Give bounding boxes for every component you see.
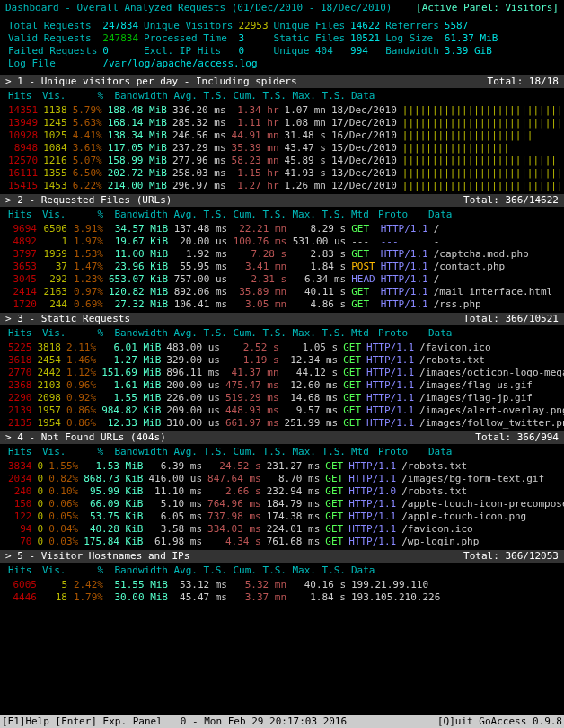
footer-help[interactable]: [F1]Help [Enter] Exp. Panel	[2, 715, 163, 727]
table-row[interactable]: 241421630.97%120.82 MiB892.06 ms 35.89 m…	[5, 286, 555, 298]
table-row[interactable]: 1092810254.41%138.34 MiB246.56 ms 44.91 …	[5, 129, 564, 142]
panel-total: Total: 366/12053	[463, 550, 559, 563]
summary: Total Requests247834 Unique Visitors2295…	[0, 16, 564, 74]
column-headers: HitsVis.%BandwidthAvg. T.S.Cum. T.S.Max.…	[0, 563, 564, 579]
table-row[interactable]: 4892 11.97% 19.67 KiB 20.00 us100.76 ms5…	[5, 235, 555, 248]
bar-chart-icon: ||||||||||||||||||||||	[400, 129, 564, 142]
bar-chart-icon: ||||||||||||||||||||||||||||||	[400, 104, 564, 117]
bar-chart-icon: ||||||||||||||||||||||||||||||||	[400, 180, 564, 192]
panel-title: > 1 - Unique visitors per day - Includin…	[5, 75, 297, 87]
table-row[interactable]: 6005 52.42% 51.55 MiB 53.12 ms 5.32 mn 4…	[5, 579, 443, 591]
table-row[interactable]: 229020980.92% 1.55 MiB226.00 us519.29 ms…	[5, 392, 564, 404]
summary-row-4: Log File/var/log/apache/access.log	[5, 58, 500, 70]
dashboard-title: Dashboard - Overall Analyzed Requests (0…	[5, 2, 392, 13]
bar-chart-icon: ||||||||||||||||||||||||||	[400, 155, 564, 167]
panel-title: > 2 - Requested Files (URLs)	[5, 194, 172, 206]
panel-rows-1: 1435111385.79%188.48 MiB336.20 ms 1.34 h…	[0, 104, 564, 192]
table-row[interactable]: 94 00.04% 40.28 KiB 3.58 ms334.03 ms224.…	[5, 523, 564, 536]
bar-chart-icon: ||||||||||||||||||||||||||||||||||	[400, 167, 564, 180]
bar-chart-icon: ||||||||||||||||||	[400, 142, 564, 155]
table-row[interactable]: 122 00.05% 53.75 KiB 6.05 ms737.98 ms174…	[5, 510, 564, 523]
summary-row-2: Valid Requests247834 Processed Time3 Sta…	[5, 32, 500, 45]
table-row[interactable]: 1720 2440.69% 27.32 MiB106.41 ms 3.05 mn…	[5, 298, 555, 311]
panel-header-3[interactable]: > 3 - Static RequestsTotal: 366/10521	[0, 313, 564, 325]
column-headers: HitsVis.%BandwidthAvg. T.S.Cum. T.S.Max.…	[0, 207, 564, 223]
panel-total: Total: 18/18	[488, 75, 559, 88]
table-row[interactable]: 236821030.96% 1.61 MiB200.00 us475.47 ms…	[5, 379, 564, 392]
footer-status: 0 - Mon Feb 29 20:17:03 2016	[181, 715, 347, 727]
table-row[interactable]: 894810843.61%117.05 MiB237.29 ms 35.39 m…	[5, 142, 564, 155]
table-row[interactable]: 4446 181.79% 30.00 MiB 45.47 ms 3.37 mn …	[5, 591, 443, 604]
table-row[interactable]: 361824541.46% 1.27 MiB329.00 us 1.19 s 1…	[5, 354, 564, 367]
table-row[interactable]: 1611113556.50%202.72 MiB258.03 ms 1.15 h…	[5, 167, 564, 180]
column-headers: HitsVis.%BandwidthAvg. T.S.Cum. T.S.Max.…	[0, 88, 564, 104]
table-row[interactable]: 213919570.86%984.82 KiB209.00 us448.93 m…	[5, 404, 564, 417]
panel-header-5[interactable]: > 5 - Visitor Hostnames and IPsTotal: 36…	[0, 550, 564, 563]
panel-title: > 5 - Visitor Hostnames and IPs	[5, 550, 189, 562]
panel-total: Total: 366/14622	[463, 194, 559, 207]
bar-chart-icon: |||||||||||||||||||||||||||||	[400, 117, 564, 129]
table-row[interactable]: 1541514536.22%214.00 MiB296.97 ms 1.27 h…	[5, 180, 564, 192]
panel-total: Total: 366/994	[475, 431, 559, 444]
table-row[interactable]: 2034 00.82%868.73 KiB416.00 us847.64 ms …	[5, 473, 564, 485]
table-row[interactable]: 213519540.86% 12.33 MiB310.00 us661.97 m…	[5, 417, 564, 430]
summary-row-1: Total Requests247834 Unique Visitors2295…	[5, 20, 500, 32]
panel-rows-3: 522538182.11% 6.01 MiB483.00 us 2.52 s 1…	[0, 342, 564, 430]
header: Dashboard - Overall Analyzed Requests (0…	[0, 0, 564, 16]
table-row[interactable]: 150 00.06% 66.09 KiB 5.10 ms764.96 ms184…	[5, 498, 564, 510]
panel-header-2[interactable]: > 2 - Requested Files (URLs)Total: 366/1…	[0, 194, 564, 207]
panel-title: > 4 - Not Found URLs (404s)	[5, 431, 166, 443]
footer-bar: [F1]Help [Enter] Exp. Panel 0 - Mon Feb …	[0, 715, 564, 728]
table-row[interactable]: 1257012165.07%158.99 MiB277.96 ms 58.23 …	[5, 155, 564, 167]
table-row[interactable]: 969465063.91% 34.57 MiB137.48 ms 22.21 m…	[5, 223, 555, 235]
table-row[interactable]: 277024421.12%151.69 MiB896.11 ms 41.37 m…	[5, 367, 564, 379]
table-row[interactable]: 240 00.10% 95.99 KiB 11.10 ms 2.66 s232.…	[5, 485, 564, 498]
summary-row-3: Failed Requests0 Excl. IP Hits0 Unique 4…	[5, 45, 500, 58]
column-headers: HitsVis.%BandwidthAvg. T.S.Cum. T.S.Max.…	[0, 325, 564, 342]
table-row[interactable]: 379719591.53% 11.00 MiB 1.92 ms 7.28 s 2…	[5, 248, 555, 261]
table-row[interactable]: 1394912455.63%168.14 MiB285.32 ms 1.11 h…	[5, 117, 564, 129]
table-row[interactable]: 3834 01.55% 1.53 MiB 6.39 ms 24.52 s231.…	[5, 460, 564, 473]
footer-quit[interactable]: [Q]uit GoAccess 0.9.8	[437, 715, 562, 728]
table-row[interactable]: 70 00.03%175.84 KiB 61.98 ms 4.34 s761.6…	[5, 536, 564, 548]
table-row[interactable]: 3653 371.47% 23.96 KiB 55.95 ms 3.41 mn …	[5, 261, 555, 273]
active-panel-label: [Active Panel: Visitors]	[416, 2, 559, 14]
panel-rows-2: 969465063.91% 34.57 MiB137.48 ms 22.21 m…	[0, 223, 564, 311]
panel-header-4[interactable]: > 4 - Not Found URLs (404s)Total: 366/99…	[0, 431, 564, 444]
panel-title: > 3 - Static Requests	[5, 313, 130, 324]
table-row[interactable]: 522538182.11% 6.01 MiB483.00 us 2.52 s 1…	[5, 342, 564, 354]
panel-rows-5: 6005 52.42% 51.55 MiB 53.12 ms 5.32 mn 4…	[0, 579, 564, 604]
table-row[interactable]: 1435111385.79%188.48 MiB336.20 ms 1.34 h…	[5, 104, 564, 117]
panel-rows-4: 3834 01.55% 1.53 MiB 6.39 ms 24.52 s231.…	[0, 460, 564, 548]
panel-total: Total: 366/10521	[463, 313, 559, 325]
table-row[interactable]: 3045 2921.23%653.07 KiB757.00 us 2.31 s …	[5, 273, 555, 286]
panel-header-1[interactable]: > 1 - Unique visitors per day - Includin…	[0, 75, 564, 88]
column-headers: HitsVis.%BandwidthAvg. T.S.Cum. T.S.Max.…	[0, 444, 564, 460]
